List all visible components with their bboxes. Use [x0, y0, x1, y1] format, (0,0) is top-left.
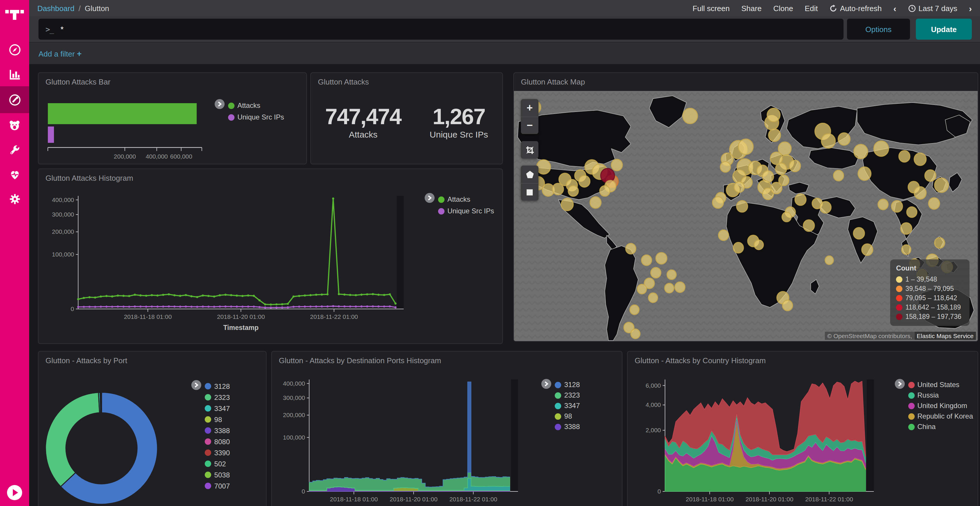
map-bubble[interactable] — [771, 182, 782, 194]
legend-collapse-button[interactable] — [425, 193, 434, 203]
map-bubble[interactable] — [579, 176, 590, 187]
legend-item[interactable]: 5038 — [205, 469, 230, 481]
map-bubble[interactable] — [878, 199, 888, 209]
map-bubble[interactable] — [713, 197, 724, 208]
legend-item[interactable]: China — [908, 422, 973, 432]
map-bubble[interactable] — [928, 198, 939, 209]
map-bubble[interactable] — [783, 300, 793, 311]
t-mobile-logo[interactable] — [5, 5, 24, 24]
map-bubble[interactable] — [651, 268, 661, 278]
add-filter-button[interactable]: Add a filter + — [38, 49, 82, 58]
share-button[interactable]: Share — [741, 4, 762, 13]
legend-item[interactable]: Republic of Korea — [908, 411, 973, 422]
map-bubble[interactable] — [590, 197, 601, 208]
legend-item[interactable]: United States — [908, 379, 973, 390]
legend-item[interactable]: 8080 — [205, 436, 230, 447]
map-bubble[interactable] — [795, 194, 806, 206]
map-bubble[interactable] — [834, 170, 844, 181]
sidebar-item-discover[interactable] — [0, 37, 29, 62]
map-bubble[interactable] — [738, 139, 753, 154]
map-bubble[interactable] — [854, 144, 868, 159]
map-bubble[interactable] — [630, 305, 640, 314]
map-bubble[interactable] — [934, 178, 948, 193]
time-prev-button[interactable]: ‹ — [893, 3, 896, 13]
map-bubble[interactable] — [891, 200, 902, 212]
options-button[interactable]: Options — [847, 19, 910, 40]
legend-item[interactable]: 3388 — [555, 422, 580, 432]
map-bubble[interactable] — [820, 202, 831, 213]
map-bubble[interactable] — [718, 230, 729, 241]
map-bubble[interactable] — [611, 159, 622, 171]
sidebar-item-visualize[interactable] — [0, 62, 29, 86]
map-bubble[interactable] — [683, 108, 698, 124]
map-bubble[interactable] — [721, 162, 731, 172]
legend-collapse-button[interactable] — [192, 380, 202, 390]
breadcrumb-dashboard-link[interactable]: Dashboard — [37, 4, 75, 13]
zoom-out-button[interactable]: − — [521, 117, 538, 134]
map-bubble[interactable] — [631, 329, 640, 339]
map-bubble[interactable] — [907, 207, 917, 217]
map-bubble[interactable] — [768, 129, 781, 141]
legend-item[interactable]: 502 — [205, 458, 230, 469]
map-bubble[interactable] — [874, 141, 889, 157]
draw-rectangle-button[interactable] — [521, 183, 538, 200]
map-bubble[interactable] — [734, 182, 745, 192]
map-bubble[interactable] — [934, 238, 945, 248]
legend-item[interactable]: 3128 — [555, 379, 580, 390]
legend-item[interactable]: 3128 — [205, 381, 230, 392]
sidebar-collapse-button[interactable] — [7, 485, 22, 500]
time-next-button[interactable]: › — [969, 3, 972, 13]
map-bubble[interactable] — [637, 284, 647, 294]
map-bubble[interactable] — [899, 151, 910, 162]
elastic-maps-attribution[interactable]: Elastic Maps Service — [915, 332, 976, 340]
legend-item[interactable]: Unique Src IPs — [228, 111, 284, 123]
legend-item[interactable]: Unique Src IPs — [438, 205, 494, 217]
legend-collapse-button[interactable] — [542, 379, 552, 389]
map-bubble[interactable] — [821, 134, 835, 148]
legend-item[interactable]: 2323 — [555, 390, 580, 400]
map-bubble[interactable] — [625, 243, 636, 254]
map-bubble[interactable] — [733, 243, 743, 253]
search-input[interactable] — [60, 24, 843, 34]
sidebar-item-monitoring[interactable] — [0, 162, 29, 187]
legend-item[interactable]: 98 — [555, 411, 580, 422]
legend-item[interactable]: United Kingdom — [908, 400, 973, 411]
map-bubble[interactable] — [825, 256, 834, 265]
map-bubble[interactable] — [667, 270, 676, 279]
map-bubble[interactable] — [665, 283, 674, 293]
zoom-in-button[interactable]: + — [521, 99, 538, 117]
map-bubble[interactable] — [782, 212, 791, 222]
legend-item[interactable]: 3390 — [205, 447, 230, 458]
legend-item[interactable]: 3388 — [205, 425, 230, 436]
legend-item[interactable]: Attacks — [228, 100, 284, 111]
map-bubble[interactable] — [914, 153, 926, 165]
legend-item[interactable]: 7007 — [205, 481, 230, 492]
openstreetmap-attribution[interactable]: © OpenStreetMap contributors, — [825, 332, 915, 340]
map-bubble[interactable] — [600, 186, 610, 196]
legend-item[interactable]: 3347 — [555, 400, 580, 411]
map-bubble[interactable] — [675, 282, 685, 292]
map-bubble[interactable] — [537, 160, 550, 174]
map-bubble[interactable] — [914, 187, 926, 199]
draw-polygon-button[interactable] — [521, 165, 538, 183]
map-bubble[interactable] — [925, 170, 936, 182]
edit-button[interactable]: Edit — [805, 4, 818, 13]
map-bubble[interactable] — [561, 198, 573, 211]
sidebar-item-management[interactable] — [0, 187, 29, 211]
legend-item[interactable]: Attacks — [438, 194, 494, 205]
map-bubble[interactable] — [648, 293, 658, 303]
legend-item[interactable]: 98 — [205, 414, 230, 425]
map-bubble[interactable] — [862, 244, 873, 255]
map-bubble[interactable] — [803, 220, 815, 232]
map-bubble[interactable] — [656, 252, 667, 264]
map-bubble[interactable] — [776, 163, 787, 175]
time-range-button[interactable]: Last 7 days — [908, 4, 957, 13]
sidebar-item-honeypot[interactable] — [0, 113, 29, 138]
map-bubble[interactable] — [568, 186, 578, 196]
legend-item[interactable]: Russia — [908, 390, 973, 400]
legend-item[interactable]: 2323 — [205, 392, 230, 403]
map-bubble[interactable] — [767, 108, 780, 122]
map-bubble[interactable] — [838, 133, 850, 146]
world-map[interactable]: + − Count — [514, 91, 978, 341]
full-screen-button[interactable]: Full screen — [693, 4, 730, 13]
